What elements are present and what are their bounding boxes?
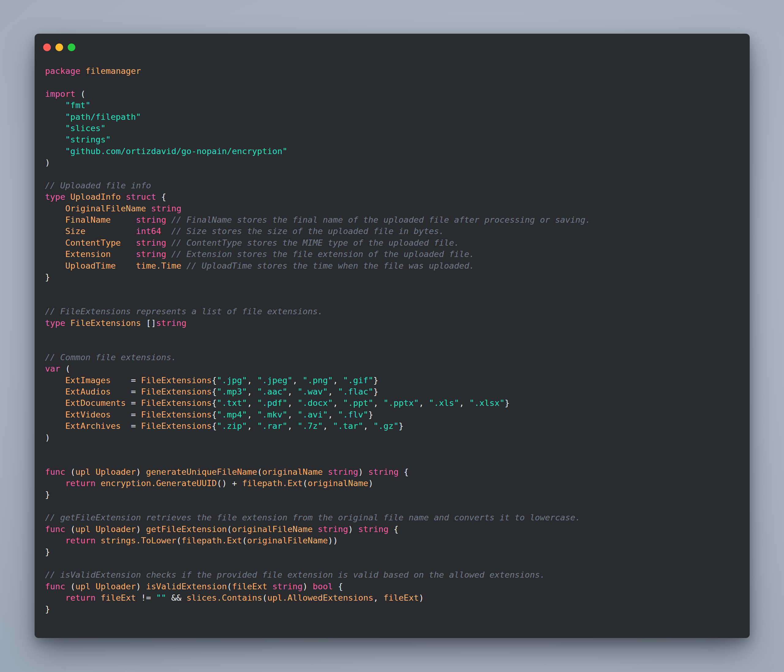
code-token: ".png" <box>303 375 333 385</box>
code-token: string <box>272 582 303 591</box>
code-token: string <box>136 249 171 259</box>
code-token: ExtAudios <box>45 387 131 396</box>
code-token: { <box>212 421 217 431</box>
code-token: , <box>328 387 338 396</box>
code-block: package filemanager import ( "fmt" "path… <box>45 65 590 615</box>
code-token: string <box>368 467 403 477</box>
code-line: return encryption.GenerateUUID() + filep… <box>45 478 590 489</box>
code-token: strings.ToLower <box>100 536 176 545</box>
code-token: { <box>394 524 399 534</box>
code-token: = <box>131 375 141 385</box>
code-line <box>45 443 590 454</box>
code-line: Size int64 // Size stores the size of th… <box>45 226 590 237</box>
code-line <box>45 454 590 466</box>
code-token: ( <box>242 536 247 545</box>
code-token: [] <box>146 318 156 328</box>
code-token: } <box>373 387 378 396</box>
code-line: FinalName string // FinalName stores the… <box>45 214 590 226</box>
code-line: type UploadInfo struct { <box>45 191 590 202</box>
code-token: ContentType <box>45 238 136 247</box>
code-token: && <box>166 593 187 602</box>
code-token: generateUniqueFileName <box>146 467 257 477</box>
code-token: // Extension stores the file extension o… <box>171 249 474 259</box>
code-token: ".aac" <box>257 387 288 396</box>
code-token: // ContentType stores the MIME type of t… <box>171 238 459 247</box>
code-token: FinalName <box>45 215 136 224</box>
code-token: ".avi" <box>298 410 328 419</box>
code-token: // Size stores the size of the uploaded … <box>171 226 444 236</box>
code-token: } <box>45 547 50 557</box>
code-token: () + <box>217 478 242 488</box>
code-token: ExtDocuments <box>45 398 131 408</box>
code-token: ".zip" <box>217 421 247 431</box>
code-token: ( <box>80 89 86 99</box>
code-token: = <box>131 398 141 408</box>
code-token: upl.AllowedExtensions <box>268 593 373 602</box>
code-token: func <box>45 582 70 591</box>
code-token: var <box>45 364 65 373</box>
code-line: UploadTime time.Time // UploadTime store… <box>45 260 590 271</box>
code-token: ".pdf" <box>257 398 288 408</box>
code-token: , <box>373 398 383 408</box>
code-token: { <box>212 375 217 385</box>
code-token: FileExtensions <box>141 375 212 385</box>
code-token: return <box>45 536 100 545</box>
code-token: string <box>328 467 358 477</box>
code-token: originalName <box>308 478 369 488</box>
code-line: } <box>45 546 590 557</box>
code-token: time.Time <box>136 261 187 271</box>
code-token: , <box>363 421 373 431</box>
code-line: type FileExtensions []string <box>45 317 590 329</box>
code-token: ".ppt" <box>343 398 373 408</box>
code-token: ".mp4" <box>217 410 247 419</box>
code-token: , <box>247 387 257 396</box>
code-token: , <box>333 398 343 408</box>
code-line: } <box>45 489 590 500</box>
zoom-button[interactable] <box>68 44 75 51</box>
code-token: // UploadTime stores the time when the f… <box>187 261 474 271</box>
code-line: ExtDocuments = FileExtensions{".txt", ".… <box>45 397 590 409</box>
code-token: , <box>288 410 298 419</box>
code-line <box>45 329 590 340</box>
code-token: ".7z" <box>298 421 323 431</box>
code-token: , <box>418 398 429 408</box>
code-line: "strings" <box>45 134 590 145</box>
close-button[interactable] <box>43 44 51 51</box>
code-token: ) <box>45 433 50 442</box>
code-token: Extension <box>45 249 136 259</box>
code-line: // getFileExtension retrieves the file e… <box>45 512 590 523</box>
code-line: func (upl Uploader) isValidExtension(fil… <box>45 581 590 592</box>
code-line: ContentType string // ContentType stores… <box>45 237 590 248</box>
code-token: ".mp3" <box>217 387 247 396</box>
code-token: { <box>212 398 217 408</box>
code-token: ) <box>136 582 146 591</box>
code-token: ) <box>136 467 146 477</box>
code-token: { <box>212 410 217 419</box>
code-token: ( <box>303 478 308 488</box>
code-token: { <box>161 192 166 202</box>
code-token: slices.Contains <box>187 593 262 602</box>
code-token: getFileExtension <box>146 524 227 534</box>
code-token: ".tar" <box>333 421 363 431</box>
code-token: FileExtensions <box>141 398 212 408</box>
code-line: package filemanager <box>45 65 590 76</box>
code-window: package filemanager import ( "fmt" "path… <box>34 34 750 638</box>
code-token: string <box>358 524 393 534</box>
code-token: // FileExtensions represents a list of f… <box>45 306 323 316</box>
code-token: ) <box>136 524 146 534</box>
code-token: FileExtensions <box>141 421 212 431</box>
code-line: } <box>45 604 590 615</box>
code-token: ( <box>227 582 232 591</box>
code-token: , <box>323 421 333 431</box>
code-token: ) <box>348 524 358 534</box>
code-line: "github.com/ortizdavid/go-nopain/encrypt… <box>45 146 590 157</box>
code-token: ( <box>70 582 75 591</box>
code-token: // FinalName stores the final name of th… <box>171 215 590 224</box>
code-token: ( <box>227 524 232 534</box>
code-token: , <box>247 421 257 431</box>
code-token: // Uploaded file info <box>45 181 151 190</box>
code-token: string <box>136 238 171 247</box>
code-token: } <box>373 375 378 385</box>
code-line <box>45 168 590 180</box>
minimize-button[interactable] <box>55 44 63 51</box>
